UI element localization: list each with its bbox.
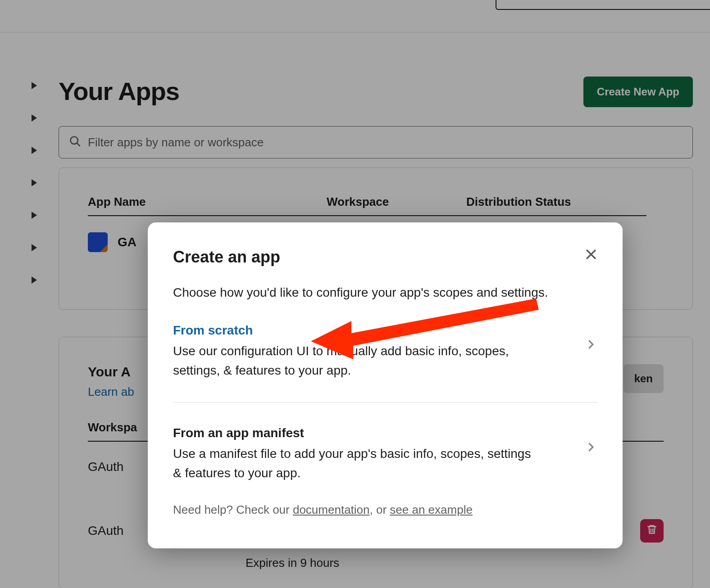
divider bbox=[173, 402, 597, 403]
modal-subtitle: Choose how you'd like to configure your … bbox=[173, 285, 597, 300]
option-desc: Use our configuration UI to manually add… bbox=[173, 341, 542, 380]
create-app-modal: Create an app Choose how you'd like to c… bbox=[148, 222, 623, 548]
chevron-right-icon bbox=[584, 338, 597, 353]
help-line: Need help? Check our documentation, or s… bbox=[173, 503, 597, 517]
option-from-scratch[interactable]: From scratch Use our configuration UI to… bbox=[173, 323, 597, 380]
close-icon bbox=[583, 257, 599, 263]
example-link[interactable]: see an example bbox=[390, 503, 473, 516]
documentation-link[interactable]: documentation bbox=[293, 503, 370, 516]
chevron-right-icon bbox=[584, 440, 597, 456]
close-button[interactable] bbox=[581, 245, 601, 265]
option-title: From an app manifest bbox=[173, 426, 597, 440]
option-desc: Use a manifest file to add your app's ba… bbox=[173, 444, 542, 483]
modal-title: Create an app bbox=[173, 248, 597, 267]
option-from-manifest[interactable]: From an app manifest Use a manifest file… bbox=[173, 426, 597, 483]
option-title: From scratch bbox=[173, 323, 597, 338]
